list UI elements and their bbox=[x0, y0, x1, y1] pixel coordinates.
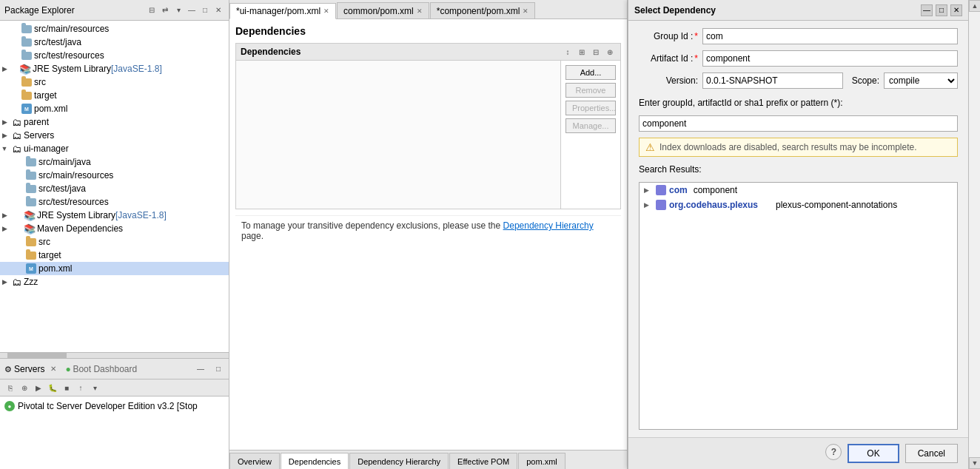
tree-item-jre-library[interactable]: ▶ 📚 JRE System Library [JavaSE-1.8] bbox=[0, 62, 229, 75]
dependency-hierarchy-link[interactable]: Dependency Hierarchy bbox=[503, 220, 594, 231]
tree-item-target[interactable]: target bbox=[0, 89, 229, 102]
result-expand-arrow[interactable]: ▶ bbox=[644, 186, 653, 194]
tree-item-src-test-java2[interactable]: src/test/java bbox=[0, 182, 229, 195]
deps-header-icons: ↕ ⊞ ⊟ ⊕ bbox=[562, 46, 616, 58]
folder-icon bbox=[21, 90, 33, 101]
scope-select[interactable]: compile provided runtime test bbox=[884, 72, 958, 89]
add-dep-button[interactable]: Add... bbox=[565, 65, 616, 80]
tab-ui-manager-pom[interactable]: *ui-manager/pom.xml ✕ bbox=[229, 3, 336, 19]
result-expand-arrow[interactable]: ▶ bbox=[644, 201, 653, 209]
src-folder-icon bbox=[25, 183, 37, 195]
tab-overview[interactable]: Overview bbox=[229, 453, 280, 469]
tree-item-src-main-resources[interactable]: src/main/resources bbox=[0, 22, 229, 36]
tree-item-maven-deps[interactable]: ▶ 📚 Maven Dependencies bbox=[0, 222, 229, 235]
columns-icon[interactable]: ⊟ bbox=[590, 46, 602, 58]
page-title: Dependencies bbox=[235, 25, 621, 37]
server-item[interactable]: ● Pivotal tc Server Developer Edition v3… bbox=[4, 399, 224, 413]
remove-dep-button[interactable]: Remove bbox=[565, 83, 616, 98]
dependencies-section: Dependencies ↕ ⊞ ⊟ ⊕ Add... Remove Prope… bbox=[235, 43, 621, 209]
tree-item-src-test-resources2[interactable]: src/test/resources bbox=[0, 195, 229, 209]
minimize-icon[interactable]: — bbox=[186, 4, 198, 16]
more-actions-icon[interactable]: ▾ bbox=[89, 382, 101, 394]
new-server-icon[interactable]: ⊕ bbox=[19, 382, 30, 394]
link-with-editor-icon[interactable]: ⇄ bbox=[159, 4, 171, 16]
version-input[interactable] bbox=[702, 72, 843, 89]
tab-effective-pom[interactable]: Effective POM bbox=[449, 453, 517, 469]
tab-close-icon[interactable]: ✕ bbox=[323, 7, 329, 15]
result-item-com-component[interactable]: ▶ com component bbox=[640, 183, 957, 198]
more-deps-icon[interactable]: ⊕ bbox=[604, 46, 616, 58]
folder-icon bbox=[25, 236, 37, 248]
tab-component-pom[interactable]: *component/pom.xml ✕ bbox=[430, 2, 536, 18]
tab-close-icon[interactable]: ✕ bbox=[523, 7, 528, 15]
tree-item-src-main-java[interactable]: src/main/java bbox=[0, 155, 229, 169]
copy-server-icon[interactable]: ⎘ bbox=[4, 382, 16, 394]
minimize-bottom-icon[interactable]: — bbox=[195, 363, 207, 375]
dialog-close-icon[interactable]: ✕ bbox=[950, 4, 962, 16]
servers-tab[interactable]: ⚙ Servers bbox=[4, 364, 44, 374]
deps-section-header: Dependencies ↕ ⊞ ⊟ ⊕ bbox=[236, 44, 620, 61]
scroll-track[interactable] bbox=[969, 12, 980, 457]
tree-item-servers[interactable]: ▶ 🗂 Servers bbox=[0, 129, 229, 142]
project-icon: 🗂 bbox=[10, 116, 22, 128]
dialog-minimize-icon[interactable]: — bbox=[921, 4, 933, 16]
src-folder-icon bbox=[21, 23, 33, 35]
maximize-icon[interactable]: □ bbox=[199, 4, 211, 16]
collapse-all-icon[interactable]: ⊟ bbox=[146, 4, 158, 16]
scroll-up-arrow[interactable]: ▲ bbox=[969, 0, 980, 12]
tree-item-jre-library2[interactable]: ▶ 📚 JRE System Library [JavaSE-1.8] bbox=[0, 209, 229, 222]
scrollbar-thumb[interactable] bbox=[7, 353, 67, 358]
tab-dependency-hierarchy[interactable]: Dependency Hierarchy bbox=[349, 453, 449, 469]
tree-item-src[interactable]: src bbox=[0, 75, 229, 89]
tab-pom-xml[interactable]: pom.xml bbox=[518, 453, 565, 469]
tree-item-src-test-java[interactable]: src/test/java bbox=[0, 36, 229, 49]
editor-panel: *ui-manager/pom.xml ✕ common/pom.xml ✕ *… bbox=[229, 0, 628, 469]
properties-dep-button[interactable]: Properties... bbox=[565, 101, 616, 115]
tree-item-src2[interactable]: src bbox=[0, 235, 229, 249]
dialog-maximize-icon[interactable]: □ bbox=[936, 4, 947, 16]
tab-close-icon[interactable]: ✕ bbox=[417, 7, 423, 15]
debug-server-icon[interactable]: 🐛 bbox=[47, 382, 58, 394]
help-button[interactable]: ? bbox=[825, 444, 842, 460]
close-icon[interactable]: ✕ bbox=[212, 4, 224, 16]
boot-dash-tab[interactable]: ● Boot Dashboard bbox=[65, 364, 137, 374]
project-icon: 🗂 bbox=[10, 276, 22, 288]
result-item-plexus[interactable]: ▶ org.codehaus.plexus plexus-component-a… bbox=[640, 198, 957, 212]
tree-item-target2[interactable]: target bbox=[0, 249, 229, 262]
scroll-down-arrow[interactable]: ▼ bbox=[969, 457, 980, 469]
library-icon: 📚 bbox=[24, 223, 36, 234]
view-menu-icon[interactable]: ▾ bbox=[172, 4, 184, 16]
tree-item-parent[interactable]: ▶ 🗂 parent bbox=[0, 115, 229, 129]
search-input[interactable] bbox=[639, 115, 958, 132]
servers-close-icon[interactable]: ✕ bbox=[50, 365, 56, 373]
maximize-bottom-icon[interactable]: □ bbox=[212, 363, 224, 375]
pom-xml-icon: M bbox=[21, 103, 33, 115]
tab-common-pom[interactable]: common/pom.xml ✕ bbox=[337, 2, 429, 18]
horizontal-scrollbar[interactable] bbox=[0, 352, 229, 358]
editor-content-area: Dependencies Dependencies ↕ ⊞ ⊟ ⊕ Add... bbox=[229, 19, 627, 450]
warning-text: Index downloads are disabled, search res… bbox=[660, 142, 917, 152]
tab-dependencies[interactable]: Dependencies bbox=[281, 453, 349, 469]
tree-item-src-test-resources[interactable]: src/test/resources bbox=[0, 49, 229, 62]
group-id-input[interactable] bbox=[702, 28, 958, 44]
tree-item-pom-xml-2[interactable]: M pom.xml bbox=[0, 262, 229, 275]
start-server-icon[interactable]: ▶ bbox=[33, 382, 44, 394]
artifact-id-input[interactable] bbox=[702, 50, 958, 67]
tree-item-zzz[interactable]: ▶ 🗂 Zzz bbox=[0, 275, 229, 289]
dialog-title: Select Dependency bbox=[634, 5, 716, 16]
sort-deps-icon[interactable]: ↕ bbox=[562, 46, 574, 58]
library-icon: 📚 bbox=[19, 63, 31, 75]
stop-server-icon[interactable]: ■ bbox=[61, 382, 73, 394]
filter-deps-icon[interactable]: ⊞ bbox=[576, 46, 588, 58]
editor-bottom-tabs: Overview Dependencies Dependency Hierarc… bbox=[229, 450, 627, 469]
manage-dep-button[interactable]: Manage... bbox=[565, 118, 616, 133]
warning-icon: ⚠ bbox=[645, 141, 655, 153]
tree-item-ui-manager[interactable]: ▼ 🗂 ui-manager bbox=[0, 142, 229, 155]
tree-item-pom-xml-1[interactable]: M pom.xml bbox=[0, 102, 229, 115]
artifact-id-label: Artifact Id :* bbox=[639, 53, 698, 64]
ok-button[interactable]: OK bbox=[848, 444, 899, 463]
publish-server-icon[interactable]: ↑ bbox=[75, 382, 87, 394]
results-label: Search Results: bbox=[639, 164, 958, 175]
tree-item-src-main-resources2[interactable]: src/main/resources bbox=[0, 169, 229, 182]
cancel-button[interactable]: Cancel bbox=[905, 444, 958, 463]
